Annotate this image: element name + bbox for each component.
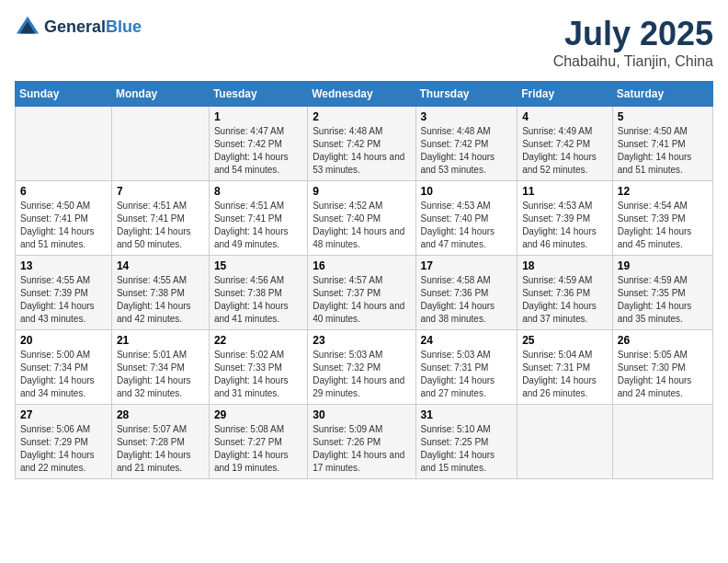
day-number: 14 bbox=[117, 259, 204, 272]
title-block: July 2025 Chabaihu, Tianjin, China bbox=[553, 15, 713, 70]
day-number: 11 bbox=[522, 185, 608, 198]
day-info: Sunrise: 5:03 AM Sunset: 7:32 PM Dayligh… bbox=[313, 349, 410, 400]
weekday-header-friday: Friday bbox=[518, 82, 613, 107]
calendar-week-row: 13Sunrise: 4:55 AM Sunset: 7:39 PM Dayli… bbox=[16, 256, 713, 330]
calendar-cell bbox=[111, 107, 209, 181]
calendar-cell: 19Sunrise: 4:59 AM Sunset: 7:35 PM Dayli… bbox=[612, 256, 712, 330]
day-number: 23 bbox=[313, 334, 410, 347]
calendar-cell: 16Sunrise: 4:57 AM Sunset: 7:37 PM Dayli… bbox=[308, 256, 415, 330]
calendar-cell: 9Sunrise: 4:52 AM Sunset: 7:40 PM Daylig… bbox=[308, 181, 415, 256]
day-info: Sunrise: 4:59 AM Sunset: 7:36 PM Dayligh… bbox=[522, 274, 608, 326]
weekday-header-saturday: Saturday bbox=[612, 82, 712, 107]
location-subtitle: Chabaihu, Tianjin, China bbox=[553, 53, 713, 70]
calendar-cell: 8Sunrise: 4:51 AM Sunset: 7:41 PM Daylig… bbox=[209, 181, 307, 256]
day-info: Sunrise: 5:04 AM Sunset: 7:31 PM Dayligh… bbox=[522, 349, 608, 400]
calendar-cell: 23Sunrise: 5:03 AM Sunset: 7:32 PM Dayli… bbox=[308, 330, 415, 405]
calendar-cell: 12Sunrise: 4:54 AM Sunset: 7:39 PM Dayli… bbox=[612, 181, 712, 256]
day-number: 3 bbox=[421, 110, 513, 123]
calendar-cell: 18Sunrise: 4:59 AM Sunset: 7:36 PM Dayli… bbox=[518, 256, 613, 330]
day-number: 27 bbox=[20, 408, 107, 421]
day-number: 28 bbox=[117, 408, 204, 421]
day-number: 20 bbox=[20, 334, 107, 347]
day-info: Sunrise: 5:07 AM Sunset: 7:28 PM Dayligh… bbox=[117, 423, 204, 475]
weekday-header-thursday: Thursday bbox=[415, 82, 518, 107]
calendar-body: 1Sunrise: 4:47 AM Sunset: 7:42 PM Daylig… bbox=[16, 107, 713, 479]
logo-icon bbox=[15, 15, 40, 40]
day-info: Sunrise: 4:47 AM Sunset: 7:42 PM Dayligh… bbox=[214, 125, 302, 177]
day-number: 24 bbox=[421, 334, 513, 347]
day-number: 21 bbox=[117, 334, 204, 347]
day-info: Sunrise: 4:51 AM Sunset: 7:41 PM Dayligh… bbox=[214, 200, 302, 251]
calendar-cell: 30Sunrise: 5:09 AM Sunset: 7:26 PM Dayli… bbox=[308, 405, 415, 479]
day-info: Sunrise: 4:55 AM Sunset: 7:38 PM Dayligh… bbox=[117, 274, 204, 326]
day-number: 1 bbox=[214, 110, 302, 123]
calendar-cell bbox=[518, 405, 613, 479]
calendar-cell: 3Sunrise: 4:48 AM Sunset: 7:42 PM Daylig… bbox=[415, 107, 518, 181]
calendar-cell bbox=[612, 405, 712, 479]
logo-text: GeneralBlue bbox=[44, 17, 142, 38]
calendar-cell: 6Sunrise: 4:50 AM Sunset: 7:41 PM Daylig… bbox=[16, 181, 112, 256]
day-number: 6 bbox=[20, 185, 107, 198]
calendar-cell: 20Sunrise: 5:00 AM Sunset: 7:34 PM Dayli… bbox=[16, 330, 112, 405]
calendar-cell: 11Sunrise: 4:53 AM Sunset: 7:39 PM Dayli… bbox=[518, 181, 613, 256]
day-number: 25 bbox=[522, 334, 608, 347]
calendar-cell: 4Sunrise: 4:49 AM Sunset: 7:42 PM Daylig… bbox=[518, 107, 613, 181]
day-number: 7 bbox=[117, 185, 204, 198]
day-info: Sunrise: 4:53 AM Sunset: 7:39 PM Dayligh… bbox=[522, 200, 608, 251]
calendar-cell: 14Sunrise: 4:55 AM Sunset: 7:38 PM Dayli… bbox=[111, 256, 209, 330]
day-info: Sunrise: 4:53 AM Sunset: 7:40 PM Dayligh… bbox=[421, 200, 513, 251]
day-number: 2 bbox=[313, 110, 410, 123]
day-info: Sunrise: 4:51 AM Sunset: 7:41 PM Dayligh… bbox=[117, 200, 204, 251]
calendar-cell bbox=[16, 107, 112, 181]
day-info: Sunrise: 5:03 AM Sunset: 7:31 PM Dayligh… bbox=[421, 349, 513, 400]
day-number: 8 bbox=[214, 185, 302, 198]
day-info: Sunrise: 4:54 AM Sunset: 7:39 PM Dayligh… bbox=[618, 200, 708, 251]
calendar-cell: 29Sunrise: 5:08 AM Sunset: 7:27 PM Dayli… bbox=[209, 405, 307, 479]
calendar-cell: 13Sunrise: 4:55 AM Sunset: 7:39 PM Dayli… bbox=[16, 256, 112, 330]
calendar-cell: 27Sunrise: 5:06 AM Sunset: 7:29 PM Dayli… bbox=[16, 405, 112, 479]
day-info: Sunrise: 5:00 AM Sunset: 7:34 PM Dayligh… bbox=[20, 349, 107, 400]
calendar-cell: 2Sunrise: 4:48 AM Sunset: 7:42 PM Daylig… bbox=[308, 107, 415, 181]
day-info: Sunrise: 4:50 AM Sunset: 7:41 PM Dayligh… bbox=[20, 200, 107, 251]
day-info: Sunrise: 5:05 AM Sunset: 7:30 PM Dayligh… bbox=[618, 349, 708, 400]
calendar-cell: 24Sunrise: 5:03 AM Sunset: 7:31 PM Dayli… bbox=[415, 330, 518, 405]
day-number: 18 bbox=[522, 259, 608, 272]
weekday-header-monday: Monday bbox=[111, 82, 209, 107]
calendar-week-row: 6Sunrise: 4:50 AM Sunset: 7:41 PM Daylig… bbox=[16, 181, 713, 256]
calendar-cell: 1Sunrise: 4:47 AM Sunset: 7:42 PM Daylig… bbox=[209, 107, 307, 181]
calendar-week-row: 1Sunrise: 4:47 AM Sunset: 7:42 PM Daylig… bbox=[16, 107, 713, 181]
calendar-cell: 17Sunrise: 4:58 AM Sunset: 7:36 PM Dayli… bbox=[415, 256, 518, 330]
day-info: Sunrise: 4:49 AM Sunset: 7:42 PM Dayligh… bbox=[522, 125, 608, 177]
calendar-table: SundayMondayTuesdayWednesdayThursdayFrid… bbox=[15, 81, 713, 479]
day-number: 15 bbox=[214, 259, 302, 272]
day-info: Sunrise: 4:48 AM Sunset: 7:42 PM Dayligh… bbox=[421, 125, 513, 177]
calendar-header: SundayMondayTuesdayWednesdayThursdayFrid… bbox=[16, 82, 713, 107]
day-number: 13 bbox=[20, 259, 107, 272]
day-number: 9 bbox=[313, 185, 410, 198]
day-number: 30 bbox=[313, 408, 410, 421]
calendar-cell: 26Sunrise: 5:05 AM Sunset: 7:30 PM Dayli… bbox=[612, 330, 712, 405]
day-info: Sunrise: 5:08 AM Sunset: 7:27 PM Dayligh… bbox=[214, 423, 302, 475]
day-number: 31 bbox=[421, 408, 513, 421]
day-info: Sunrise: 4:56 AM Sunset: 7:38 PM Dayligh… bbox=[214, 274, 302, 326]
day-info: Sunrise: 4:57 AM Sunset: 7:37 PM Dayligh… bbox=[313, 274, 410, 326]
calendar-cell: 28Sunrise: 5:07 AM Sunset: 7:28 PM Dayli… bbox=[111, 405, 209, 479]
calendar-week-row: 20Sunrise: 5:00 AM Sunset: 7:34 PM Dayli… bbox=[16, 330, 713, 405]
calendar-cell: 22Sunrise: 5:02 AM Sunset: 7:33 PM Dayli… bbox=[209, 330, 307, 405]
day-number: 22 bbox=[214, 334, 302, 347]
day-info: Sunrise: 5:10 AM Sunset: 7:25 PM Dayligh… bbox=[421, 423, 513, 475]
calendar-cell: 25Sunrise: 5:04 AM Sunset: 7:31 PM Dayli… bbox=[518, 330, 613, 405]
day-number: 17 bbox=[421, 259, 513, 272]
day-info: Sunrise: 4:50 AM Sunset: 7:41 PM Dayligh… bbox=[618, 125, 708, 177]
day-info: Sunrise: 4:59 AM Sunset: 7:35 PM Dayligh… bbox=[618, 274, 708, 326]
day-number: 19 bbox=[618, 259, 708, 272]
calendar-cell: 10Sunrise: 4:53 AM Sunset: 7:40 PM Dayli… bbox=[415, 181, 518, 256]
calendar-cell: 15Sunrise: 4:56 AM Sunset: 7:38 PM Dayli… bbox=[209, 256, 307, 330]
weekday-header-tuesday: Tuesday bbox=[209, 82, 307, 107]
month-title: July 2025 bbox=[553, 15, 713, 53]
weekday-header-wednesday: Wednesday bbox=[308, 82, 415, 107]
day-info: Sunrise: 5:02 AM Sunset: 7:33 PM Dayligh… bbox=[214, 349, 302, 400]
calendar-cell: 5Sunrise: 4:50 AM Sunset: 7:41 PM Daylig… bbox=[612, 107, 712, 181]
day-number: 29 bbox=[214, 408, 302, 421]
day-number: 26 bbox=[618, 334, 708, 347]
